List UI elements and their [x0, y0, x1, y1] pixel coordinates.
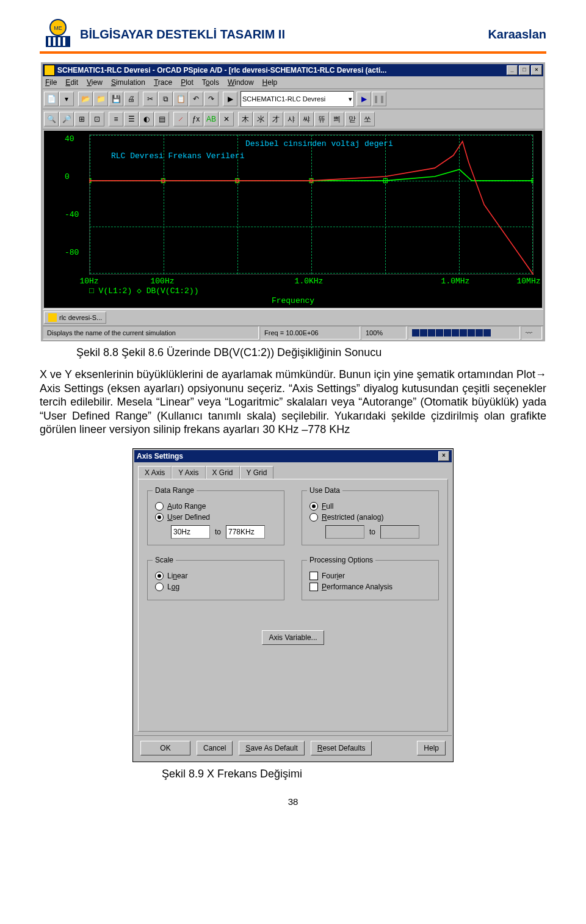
pause-icon[interactable]: ❚❚ — [372, 92, 386, 106]
child-window-tab[interactable]: rlc devresi-S... — [44, 311, 106, 324]
svg-rect-3 — [48, 37, 51, 46]
data-range-group: Auto Range User Defined 30Hz to 778KHz — [147, 490, 284, 545]
eval-icon[interactable]: ƒx — [189, 112, 203, 126]
open-icon[interactable]: 📂 — [78, 92, 93, 106]
ytick-40: 40 — [65, 134, 74, 144]
tab-x-axis[interactable]: X Axis — [138, 466, 172, 479]
redo-icon[interactable]: ↷ — [204, 92, 219, 106]
cursor9-icon[interactable]: 쏘 — [360, 112, 375, 126]
full-radio[interactable]: Full — [309, 502, 431, 511]
log2-icon[interactable]: ☰ — [124, 112, 139, 126]
axis-variable-button[interactable]: Axis Variable... — [262, 630, 324, 645]
cursor7-icon[interactable]: 쁴 — [330, 112, 344, 126]
ytick-m80: -80 — [65, 248, 79, 257]
performance-checkbox[interactable]: Performance Analysis — [309, 583, 431, 591]
dialog-title: Axis Settings — [137, 452, 183, 460]
menu-window[interactable]: Window — [228, 78, 254, 87]
dialog-close-button[interactable]: × — [438, 451, 449, 461]
processing-options-group: Fourier Performance Analysis — [302, 560, 439, 600]
log-icon[interactable]: ≡ — [109, 112, 123, 126]
undo-icon[interactable]: ↶ — [189, 92, 203, 106]
range-from-input[interactable]: 30Hz — [171, 525, 210, 539]
cut-icon[interactable]: ✂ — [143, 92, 157, 106]
cursor8-icon[interactable]: 맏 — [345, 112, 360, 126]
range-to-input[interactable]: 778KHz — [226, 525, 265, 539]
dropdown-icon[interactable]: ▾ — [59, 92, 74, 106]
restricted-from-input — [325, 525, 364, 539]
body-paragraph: X ve Y eksenlerinin büyüklüklerini de ay… — [40, 368, 546, 437]
maximize-button[interactable]: □ — [519, 65, 530, 75]
fourier-checkbox[interactable]: Fourier — [309, 572, 431, 580]
cursor3-icon[interactable]: 才 — [269, 112, 283, 126]
toggle-icon[interactable]: ◐ — [139, 112, 154, 126]
save-icon[interactable]: 💾 — [109, 92, 123, 106]
header-title: BİLGİSAYAR DESTEKLİ TASARIM II — [80, 27, 488, 42]
schematic-select[interactable]: SCHEMATIC1-RLC Devresi▾ — [241, 91, 354, 107]
xtick-2: 1.0KHz — [295, 277, 324, 286]
range-to-label: to — [215, 528, 221, 536]
ok-button[interactable]: OK — [140, 741, 190, 755]
marker-icon[interactable]: AB — [204, 112, 219, 126]
log-radio[interactable]: Log — [155, 583, 277, 591]
list-icon[interactable]: ▤ — [154, 112, 169, 126]
tab-x-grid[interactable]: X Grid — [206, 466, 240, 479]
cursor4-icon[interactable]: 샤 — [284, 112, 298, 126]
cursor1-icon[interactable]: 木 — [238, 112, 253, 126]
menu-plot[interactable]: Plot — [181, 78, 194, 87]
plot-area: 40 0 -40 -80 — [44, 131, 542, 308]
menu-help[interactable]: Help — [262, 78, 278, 87]
help-button[interactable]: Help — [417, 741, 446, 755]
tab-y-grid[interactable]: Y Grid — [240, 466, 274, 479]
zoom-in-icon[interactable]: 🔍 — [44, 112, 59, 126]
auto-range-radio[interactable]: Auto Range — [155, 502, 277, 511]
cursor6-icon[interactable]: 뜌 — [314, 112, 329, 126]
run-icon[interactable]: ▶ — [223, 92, 237, 106]
svg-rect-4 — [53, 37, 56, 46]
new-icon[interactable]: 📄 — [44, 92, 59, 106]
menu-tools[interactable]: Tools — [202, 78, 219, 87]
print-icon[interactable]: 🖨 — [124, 92, 139, 106]
close-button[interactable]: × — [531, 65, 542, 75]
university-logo: ME — [40, 18, 76, 50]
zoom-fit-icon[interactable]: ⊡ — [90, 112, 104, 126]
paste-icon[interactable]: 📋 — [173, 92, 188, 106]
xtick-0: 10Hz — [79, 277, 98, 286]
plot-annotation-1: Desibel cinsinden voltaj degeri — [245, 139, 393, 148]
cancel-button[interactable]: Cancel — [197, 741, 233, 755]
zoom-out-icon[interactable]: 🔎 — [59, 112, 74, 126]
copy-icon[interactable]: ⧉ — [158, 92, 173, 106]
tab-y-axis[interactable]: Y Axis — [172, 466, 205, 479]
menu-simulation[interactable]: Simulation — [111, 78, 145, 87]
status-text: Displays the name of the current simulat… — [43, 326, 259, 340]
zoom-area-icon[interactable]: ⊞ — [74, 112, 89, 126]
menu-trace[interactable]: Trace — [154, 78, 172, 87]
status-percent: 100% — [361, 326, 407, 340]
svg-rect-5 — [58, 37, 60, 46]
cross-icon[interactable]: ✕ — [219, 112, 234, 126]
xtick-4: 10MHz — [516, 277, 540, 286]
cursor5-icon[interactable]: 쌰 — [299, 112, 314, 126]
play-icon[interactable]: ▶ — [356, 92, 371, 106]
menu-file[interactable]: File — [45, 78, 57, 87]
figure-caption-1: Şekil 8.8 Şekil 8.6 Üzerinde DB(V(C1:2))… — [76, 346, 546, 359]
restricted-radio[interactable]: Restricted (analog) — [309, 513, 431, 522]
menu-edit[interactable]: Edit — [65, 78, 78, 87]
pspice-window: SCHEMATIC1-RLC Devresi - OrCAD PSpice A/… — [41, 62, 545, 341]
restricted-to-input — [380, 525, 419, 539]
linear-radio[interactable]: Linear — [155, 572, 277, 580]
menu-view[interactable]: View — [87, 78, 103, 87]
ytick-0: 0 — [65, 172, 70, 181]
restricted-to-label: to — [369, 528, 375, 536]
plot-xlabel: Frequency — [44, 296, 542, 305]
open2-icon[interactable]: 📁 — [93, 92, 108, 106]
save-default-button[interactable]: Save As Default — [239, 741, 304, 755]
window-title: SCHEMATIC1-RLC Devresi - OrCAD PSpice A/… — [57, 66, 505, 75]
scale-group: Linear Log — [147, 560, 284, 600]
minimize-button[interactable]: _ — [507, 65, 518, 75]
trace-icon[interactable]: ⟋ — [173, 112, 188, 126]
reset-defaults-button[interactable]: Reset Defaults — [311, 741, 372, 755]
figure-caption-2: Şekil 8.9 X Frekans Değişimi — [162, 768, 546, 780]
axis-settings-dialog: Axis Settings × X Axis Y Axis X Grid Y G… — [133, 449, 453, 762]
cursor2-icon[interactable]: 氺 — [253, 112, 268, 126]
user-defined-radio[interactable]: User Defined — [155, 513, 277, 522]
